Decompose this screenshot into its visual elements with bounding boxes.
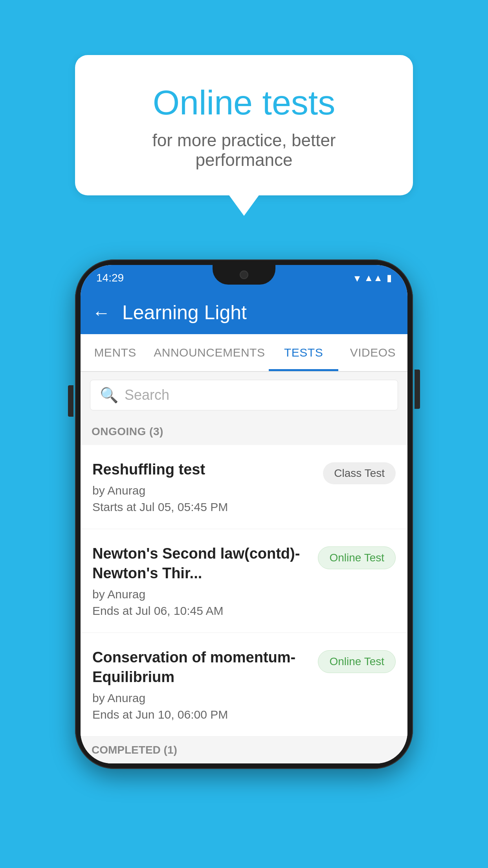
test-author-3: by Anurag (92, 691, 310, 705)
phone-screen: 14:29 ▾ ▲▲ ▮ ← Learning Light MENTS ANNO… (81, 265, 407, 763)
test-name-1: Reshuffling test (92, 460, 315, 479)
status-time: 14:29 (96, 272, 124, 284)
test-author-2: by Anurag (92, 588, 310, 601)
notch (213, 265, 275, 285)
back-button[interactable]: ← (92, 302, 110, 323)
tab-tests[interactable]: TESTS (269, 334, 338, 371)
test-list: Reshuffling test by Anurag Starts at Jul… (81, 445, 407, 737)
status-icons: ▾ ▲▲ ▮ (354, 272, 392, 285)
phone-outer: 14:29 ▾ ▲▲ ▮ ← Learning Light MENTS ANNO… (75, 259, 413, 769)
app-bar: ← Learning Light (81, 291, 407, 334)
search-icon: 🔍 (100, 386, 118, 404)
test-date-1: Starts at Jul 05, 05:45 PM (92, 500, 315, 514)
list-item[interactable]: Conservation of momentum-Equilibrium by … (81, 633, 407, 737)
tabs-row: MENTS ANNOUNCEMENTS TESTS VIDEOS (81, 334, 407, 372)
list-item[interactable]: Newton's Second law(contd)-Newton's Thir… (81, 529, 407, 633)
bubble-subtitle: for more practice, better performance (106, 131, 382, 170)
list-item[interactable]: Reshuffling test by Anurag Starts at Jul… (81, 445, 407, 529)
tab-videos[interactable]: VIDEOS (338, 334, 407, 371)
test-date-2: Ends at Jul 06, 10:45 AM (92, 604, 310, 618)
test-info-1: Reshuffling test by Anurag Starts at Jul… (92, 460, 315, 514)
wifi-icon: ▾ (354, 272, 360, 285)
test-badge-1: Class Test (323, 462, 396, 484)
phone-mockup: 14:29 ▾ ▲▲ ▮ ← Learning Light MENTS ANNO… (75, 259, 413, 769)
bubble-title: Online tests (106, 83, 382, 123)
tab-ments[interactable]: MENTS (81, 334, 150, 371)
camera (240, 270, 248, 279)
completed-section-header: COMPLETED (1) (81, 737, 407, 763)
app-title: Learning Light (122, 301, 247, 324)
search-input[interactable]: Search (125, 387, 169, 403)
test-name-2: Newton's Second law(contd)-Newton's Thir… (92, 544, 310, 583)
test-info-3: Conservation of momentum-Equilibrium by … (92, 648, 310, 721)
test-info-2: Newton's Second law(contd)-Newton's Thir… (92, 544, 310, 618)
test-name-3: Conservation of momentum-Equilibrium (92, 648, 310, 687)
ongoing-section-header: ONGOING (3) (81, 418, 407, 445)
speech-bubble: Online tests for more practice, better p… (75, 55, 413, 195)
test-author-1: by Anurag (92, 484, 315, 497)
search-bar[interactable]: 🔍 Search (90, 380, 398, 410)
test-badge-3: Online Test (318, 650, 396, 673)
speech-bubble-container: Online tests for more practice, better p… (75, 55, 413, 195)
battery-icon: ▮ (387, 272, 392, 283)
search-container: 🔍 Search (81, 372, 407, 418)
test-date-3: Ends at Jun 10, 06:00 PM (92, 708, 310, 721)
test-badge-2: Online Test (318, 546, 396, 569)
status-bar: 14:29 ▾ ▲▲ ▮ (81, 265, 407, 291)
tab-announcements[interactable]: ANNOUNCEMENTS (150, 334, 269, 371)
signal-icon: ▲▲ (364, 272, 383, 283)
